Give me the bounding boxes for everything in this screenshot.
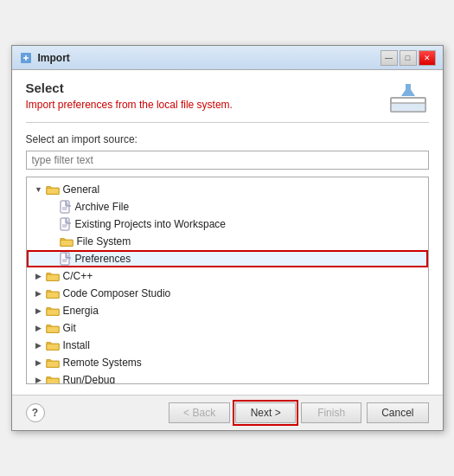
tree-item-cpp[interactable]: ▶ C/C++ bbox=[27, 267, 428, 285]
tree-label: Select an import source: bbox=[26, 133, 429, 145]
tree-label-general: General bbox=[63, 183, 100, 196]
tree-label-preferences: Preferences bbox=[75, 253, 131, 265]
folder-icon-install bbox=[46, 339, 60, 351]
tree-item-install[interactable]: ▶ Install bbox=[27, 337, 428, 354]
tree-label-install: Install bbox=[63, 339, 90, 351]
window-icon bbox=[19, 51, 33, 65]
main-content: Select Import preferences from the local… bbox=[12, 70, 443, 395]
tree-label-code-composer: Code Composer Studio bbox=[63, 287, 171, 299]
tree-item-energia[interactable]: ▶ Energia bbox=[27, 302, 428, 319]
tree-label-energia: Energia bbox=[63, 305, 99, 317]
arrow-install: ▶ bbox=[34, 340, 44, 351]
close-button[interactable]: ✕ bbox=[419, 50, 436, 66]
footer: ? < Back Next > Finish Cancel bbox=[12, 395, 443, 430]
tree-item-run-debug[interactable]: ▶ Run/Debug bbox=[27, 371, 428, 384]
tree-wrapper: ▼ General ▶ bbox=[26, 177, 429, 384]
folder-icon-cpp bbox=[46, 270, 60, 282]
finish-button[interactable]: Finish bbox=[301, 402, 361, 423]
import-icon bbox=[387, 80, 429, 115]
titlebar: Import — □ ✕ bbox=[12, 46, 443, 70]
svg-rect-5 bbox=[61, 201, 69, 213]
svg-rect-4 bbox=[406, 84, 411, 94]
titlebar-left: Import bbox=[19, 51, 70, 65]
section-title: Select bbox=[26, 80, 233, 95]
file-icon-archive bbox=[60, 200, 72, 214]
svg-rect-2 bbox=[391, 103, 425, 112]
arrow-code-composer: ▶ bbox=[34, 288, 44, 299]
tree-item-archive-file[interactable]: ▶ Archive File bbox=[27, 198, 428, 215]
tree-container[interactable]: ▼ General ▶ bbox=[26, 177, 429, 384]
folder-icon-git bbox=[46, 322, 60, 334]
maximize-button[interactable]: □ bbox=[400, 50, 417, 66]
arrow-general: ▼ bbox=[34, 184, 44, 195]
tree-item-file-system[interactable]: ▶ File System bbox=[27, 233, 428, 250]
titlebar-buttons: — □ ✕ bbox=[380, 50, 436, 66]
tree-item-code-composer[interactable]: ▶ Code Composer Studio bbox=[27, 285, 428, 302]
help-button[interactable]: ? bbox=[26, 403, 45, 422]
import-window: Import — □ ✕ Select Import preferences f… bbox=[11, 45, 444, 431]
tree-label-archive: Archive File bbox=[75, 201, 130, 213]
tree-label-rundebug: Run/Debug bbox=[63, 374, 116, 384]
folder-icon-remote bbox=[46, 357, 60, 369]
folder-icon-code-composer bbox=[46, 287, 60, 299]
next-button[interactable]: Next > bbox=[235, 402, 296, 423]
tree-label-git: Git bbox=[63, 322, 76, 334]
tree-label-remote: Remote Systems bbox=[63, 357, 142, 369]
folder-icon-filesystem bbox=[60, 235, 74, 248]
window-title: Import bbox=[38, 52, 70, 64]
section-description: Import preferences from the local file s… bbox=[26, 99, 233, 111]
back-button[interactable]: < Back bbox=[169, 402, 230, 423]
arrow-remote: ▶ bbox=[34, 357, 44, 368]
file-icon-existing-projects bbox=[60, 217, 72, 231]
footer-buttons: < Back Next > Finish Cancel bbox=[169, 402, 428, 423]
arrow-git: ▶ bbox=[34, 323, 44, 333]
folder-icon-rundebug bbox=[46, 374, 60, 384]
tree-item-remote-systems[interactable]: ▶ Remote Systems bbox=[27, 354, 428, 371]
tree-item-preferences[interactable]: ▶ Preferences bbox=[27, 250, 428, 267]
import-svg-icon bbox=[389, 82, 427, 113]
folder-icon-energia bbox=[46, 305, 60, 317]
minimize-button[interactable]: — bbox=[380, 50, 398, 66]
tree-label-existing-projects: Existing Projects into Workspace bbox=[75, 218, 227, 230]
tree-label-filesystem: File System bbox=[77, 235, 131, 248]
arrow-rundebug: ▶ bbox=[34, 375, 44, 384]
tree-item-git[interactable]: ▶ Git bbox=[27, 319, 428, 337]
filter-input[interactable] bbox=[26, 151, 429, 170]
file-icon-preferences bbox=[60, 252, 72, 266]
footer-left: ? bbox=[26, 403, 45, 422]
section-info: Select Import preferences from the local… bbox=[26, 80, 233, 111]
folder-icon-general bbox=[46, 183, 60, 196]
section-header: Select Import preferences from the local… bbox=[26, 80, 429, 123]
cancel-button[interactable]: Cancel bbox=[367, 402, 428, 423]
tree-label-cpp: C/C++ bbox=[63, 270, 93, 282]
tree-item-existing-projects[interactable]: ▶ Existing Projects into Workspace bbox=[27, 215, 428, 233]
arrow-cpp: ▶ bbox=[34, 271, 44, 281]
arrow-energia: ▶ bbox=[34, 306, 44, 316]
svg-rect-8 bbox=[61, 218, 69, 230]
tree-item-general[interactable]: ▼ General bbox=[27, 181, 428, 198]
svg-rect-11 bbox=[61, 253, 69, 265]
